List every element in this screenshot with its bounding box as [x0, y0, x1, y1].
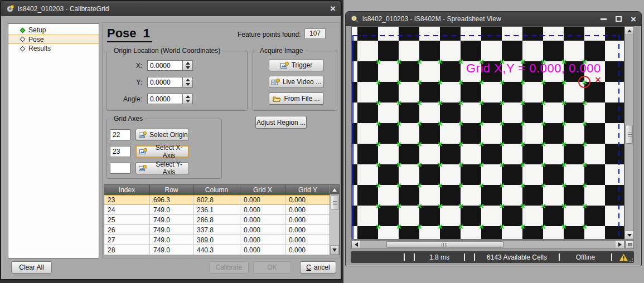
table-cell: 0.000 [240, 235, 285, 245]
maximize-icon[interactable] [616, 16, 622, 22]
table-scrollbar-thumb[interactable] [331, 196, 338, 210]
scroll-up-icon[interactable] [330, 185, 339, 194]
origin-angle-input[interactable] [147, 94, 183, 104]
pose-panel: Pose 1 Feature points found: 107 Origin … [102, 22, 340, 258]
select-y-axis-button[interactable]: Select Y-Axis [135, 162, 189, 174]
region-border-right[interactable] [618, 35, 619, 240]
table-row[interactable]: 27749.0389.00.0000.000 [104, 235, 339, 245]
origin-y-spinner[interactable] [183, 77, 193, 87]
feature-point-cross-icon [541, 100, 546, 105]
select-point-icon [139, 131, 147, 138]
live-video-button[interactable]: Live Video ... [269, 76, 324, 88]
feature-point-cross-icon [561, 203, 566, 208]
scroll-right-icon[interactable] [616, 241, 624, 248]
feature-point-cross-icon [582, 142, 587, 147]
feature-point-cross-icon [376, 80, 381, 85]
vertical-scrollbar-thumb[interactable] [626, 125, 633, 144]
origin-point-index-input[interactable] [110, 129, 130, 140]
select-origin-button[interactable]: Select Origin [135, 129, 189, 141]
scroll-down-icon[interactable] [625, 231, 633, 239]
scroll-down-icon[interactable] [330, 245, 339, 255]
table-row[interactable]: 26749.0337.80.0000.000 [104, 225, 339, 235]
table-cell: 26 [104, 225, 150, 235]
column-header-grid-y[interactable]: Grid Y [285, 185, 331, 195]
table-cell: 0.000 [285, 196, 331, 204]
origin-location-group-title: Origin Location (World Coordinates) [112, 47, 222, 55]
feature-point-cross-icon [541, 183, 546, 188]
table-cell: 0.000 [285, 235, 331, 245]
clear-all-button[interactable]: Clear All [11, 261, 52, 274]
feature-point-cross-icon [376, 203, 381, 208]
status-segment-empty [466, 251, 473, 263]
feature-point-cross-icon [417, 142, 422, 147]
horizontal-scrollbar-thumb[interactable] [386, 241, 503, 248]
region-border-top[interactable] [353, 35, 619, 36]
feature-point-cross-icon [520, 142, 525, 147]
tree-item-results[interactable]: Results [8, 44, 99, 53]
feature-point-cross-icon [541, 121, 546, 126]
step-pending-icon [20, 46, 26, 51]
ok-button[interactable]: OK [253, 261, 291, 274]
table-cell: 0.000 [240, 225, 285, 235]
available-cells: 6143 Available Cells [476, 251, 558, 263]
column-header-row[interactable]: Row [150, 185, 193, 195]
warning-icon[interactable] [613, 253, 634, 262]
feature-point-cross-icon [500, 224, 505, 229]
trigger-button[interactable]: Trigger [269, 59, 324, 71]
table-row[interactable]: 23696.3802.80.0000.000 [104, 195, 339, 205]
origin-angle-spinner[interactable] [183, 94, 193, 104]
feature-point-cross-icon [396, 80, 401, 85]
tree-item-setup[interactable]: Setup [8, 26, 99, 35]
table-cell: 749.0 [150, 225, 193, 235]
vertical-scrollbar[interactable] [624, 26, 634, 240]
table-scrollbar[interactable] [330, 185, 339, 255]
image-display-toggle-button[interactable] [626, 240, 634, 249]
minimize-icon[interactable] [601, 18, 607, 20]
feature-point-cross-icon [479, 224, 484, 229]
feature-point-cross-icon [582, 100, 587, 105]
feature-point-cross-icon [582, 224, 587, 229]
adjust-region-button[interactable]: Adjust Region ... [255, 116, 307, 129]
scroll-up-icon[interactable] [625, 27, 633, 35]
tree-item-pose[interactable]: Pose [8, 35, 99, 44]
calibration-image-view[interactable]: Grid X,Y = 0.000, 0.000 [351, 26, 624, 240]
region-border-left[interactable] [352, 35, 354, 240]
feature-point-cross-icon [376, 142, 381, 147]
table-row[interactable]: 25749.0286.80.0000.000 [104, 215, 339, 225]
selected-point-circle-marker [578, 76, 590, 88]
feature-point-cross-icon [396, 203, 401, 208]
table-cell: 0.000 [285, 205, 331, 214]
feature-point-cross-icon [582, 183, 587, 188]
table-row[interactable]: 24749.0236.10.0000.000 [104, 205, 339, 215]
calibrate-button[interactable]: Calibrate [209, 261, 249, 274]
select-x-axis-button[interactable]: Select X-Axis [135, 145, 189, 158]
feature-point-cross-icon [561, 142, 566, 147]
column-header-index[interactable]: Index [104, 185, 150, 195]
feature-point-cross-icon [438, 142, 443, 147]
feature-point-cross-icon [376, 224, 381, 229]
origin-x-spinner[interactable] [183, 60, 193, 71]
column-header-grid-x[interactable]: Grid X [240, 185, 285, 195]
origin-x-input[interactable] [147, 60, 183, 71]
close-icon[interactable]: × [330, 4, 336, 13]
feature-point-cross-icon [438, 59, 443, 64]
feature-point-cross-icon [479, 203, 484, 208]
x-axis-point-index-input[interactable] [110, 146, 130, 157]
table-row[interactable]: 28749.0440.30.0000.000 [104, 245, 339, 255]
scroll-left-icon[interactable] [352, 241, 360, 248]
feature-point-cross-icon [458, 142, 463, 147]
table-cell: 802.8 [193, 196, 240, 204]
table-cell: 749.0 [150, 235, 193, 245]
resize-grip[interactable] [632, 261, 633, 262]
origin-y-input[interactable] [147, 77, 183, 87]
feature-point-cross-icon [458, 203, 463, 208]
y-axis-point-index-input[interactable] [110, 163, 130, 174]
close-icon[interactable]: × [631, 14, 636, 24]
spreadsheet-titlebar[interactable]: is8402_010203 - IS8402M - Spreadsheet Vi… [346, 12, 641, 26]
calibrategrid-titlebar[interactable]: is8402_010203 - CalibrateGrid × [1, 1, 341, 16]
column-header-column[interactable]: Column [193, 185, 240, 195]
feature-point-cross-icon [396, 121, 401, 126]
from-file-button[interactable]: From File ... [269, 92, 324, 105]
horizontal-scrollbar[interactable] [351, 240, 624, 249]
cancel-button[interactable]: Cancel [300, 261, 336, 274]
